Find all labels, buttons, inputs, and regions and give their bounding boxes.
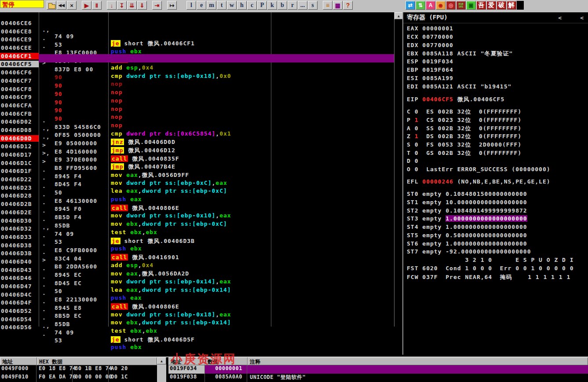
animate-into-button[interactable]: ⇊	[127, 1, 137, 10]
disasm-row[interactable]: 00406CE6 ., 74 09 je short 微风.00406CF1	[0, 13, 394, 22]
dump-row[interactable]: 0049F000 E0 18 E8 7480 1B E8 74A0 20	[0, 365, 157, 374]
register-row[interactable]: FST 6020 Cond 1 0 0 0 Err 0 0 1 0 0 0 0 …	[407, 265, 588, 273]
disasm-row[interactable]: 00406D28 . 8945 F0 mov dword ptr ss:[ebp…	[0, 186, 394, 194]
open-file-button[interactable]	[47, 1, 56, 10]
disasm-row[interactable]: 00406CEE . 83C4 04 add esp,0x4	[0, 38, 394, 46]
disasm-row[interactable]: 00406D43 . 8D45 EC lea eax,dword ptr ss:…	[0, 260, 394, 268]
stack-row[interactable]: 0019F034 00000001	[168, 365, 588, 374]
register-row[interactable]: ST6 empty 1.0000000000000000000	[407, 240, 588, 249]
register-row[interactable]: ST5 empty 0.5000000000000000000	[407, 232, 588, 240]
disasm-row[interactable]: 00406D33 . E8 C9FB0000 call 微风.00416901	[0, 227, 394, 235]
disasm-row[interactable]: 00406CE8 . 53 push ebx	[0, 22, 394, 30]
dump-scrollbar[interactable]: ▲	[157, 357, 166, 382]
register-row[interactable]	[407, 104, 588, 108]
handles-button[interactable]: h	[237, 1, 247, 10]
disasm-row[interactable]: 00406D38 . 83C4 04 add esp,0x4	[0, 235, 394, 244]
disasm-row[interactable]: 00406D12 >, E9 370E0000 jmp 微风.00407B4E	[0, 136, 394, 145]
windows-list-button[interactable]: ▦	[333, 1, 343, 10]
plugin-updown-button[interactable]: ⇅	[416, 1, 425, 10]
register-row[interactable]: EFL 00000246 (NO,NB,E,BE,NS,PE,GE,LE)	[407, 178, 588, 187]
register-row[interactable]: FCW 037F Prec NEAR,64 掩码 1 1 1 1 1 1	[407, 273, 588, 282]
plugin-binary-button[interactable]: 010 101	[456, 1, 466, 10]
log-window-button[interactable]: l	[186, 1, 196, 10]
close-button[interactable]: ×	[67, 1, 77, 10]
register-row[interactable]	[407, 174, 588, 178]
disasm-row[interactable]: 00406D4F . 8B5D EC mov ebx,dword ptr ss:…	[0, 293, 394, 301]
register-row[interactable]: EBP 0019F064	[407, 66, 588, 75]
stack-comment-header[interactable]: 注释	[248, 357, 588, 365]
disasm-row[interactable]: 00406CFB . 833D 54586C0 cmp dword ptr ds…	[0, 104, 394, 112]
register-row[interactable]: ST2 empty 0.1084801499999999872	[407, 207, 588, 216]
register-row[interactable]: C 0 ES 002B 32位 0(FFFFFFFF)	[407, 108, 588, 116]
register-row[interactable]: ESP 0019F034	[407, 58, 588, 66]
register-row[interactable]: ST7 empty -92.000000000000000000	[407, 248, 588, 257]
disasm-row[interactable]: 00406D1F . 8D45 F4 lea eax,dword ptr ss:…	[0, 161, 394, 169]
disasm-row[interactable]: 00406D47 . E8 22130000 call 微风.0040806E	[0, 276, 394, 285]
stack-address-header[interactable]: 地址	[168, 357, 205, 365]
disasm-row[interactable]: 00406D40 . 8945 EC mov dword ptr ss:[ebp…	[0, 252, 394, 260]
disasm-row[interactable]: 00406CF7 90 nop	[0, 71, 394, 79]
source-button[interactable]: s	[308, 1, 318, 10]
register-row[interactable]: Z 1 DS 002B 32位 0(FFFFFFFF)	[407, 132, 588, 141]
run-trace-button[interactable]: ...	[298, 1, 307, 10]
plugin-a-button[interactable]: A	[426, 1, 435, 10]
register-row[interactable]: O 0 LastErr ERROR_SUCCESS (00000000)	[407, 166, 588, 174]
threads-button[interactable]: t	[217, 1, 226, 10]
step-over-button[interactable]: ↧	[117, 1, 127, 10]
step-into-button[interactable]: ↓	[107, 1, 117, 10]
disasm-row[interactable]: 00406D46 . 50 push eax	[0, 268, 394, 276]
run-button[interactable]: ▶	[82, 1, 91, 10]
disasm-row[interactable]: 00406D30 ., 74 09 je short 微风.00406D3B	[0, 211, 394, 219]
register-row[interactable]	[407, 187, 588, 191]
disasm-row[interactable]: 00406D1C . 8945 F4 mov dword ptr ss:[ebp…	[0, 153, 394, 162]
register-row[interactable]: ST4 empty 1.0000000000000000000	[407, 224, 588, 232]
restart-button[interactable]: ◀◀	[57, 1, 66, 10]
register-row[interactable]: D 0	[407, 158, 588, 166]
scroll-up-icon[interactable]: ▲	[394, 12, 403, 19]
stack-panel[interactable]: 地址 数值 注释 0019F034 00000001 0019F038 0085…	[168, 357, 588, 382]
plugin-jie-button[interactable]: 解	[507, 1, 516, 10]
disasm-row[interactable]: 00406D02 ., 0F85 0500000 jnz 微风.00406D0D	[0, 112, 394, 120]
disasm-row[interactable]: 00406CF6 90 nop	[0, 62, 394, 71]
register-row[interactable]: EDI 0085A121 ASCII "b19415"	[407, 83, 588, 92]
register-row[interactable]: EDX 00770000	[407, 42, 588, 50]
plugin-po-button[interactable]: 破	[497, 1, 506, 10]
stack-row[interactable]: 0019F038 0085A0A0 UNICODE "登陆软件"	[168, 374, 588, 382]
plugin-target-button[interactable]: ◉	[436, 1, 446, 10]
plugin-swap-button[interactable]: ⇄	[405, 1, 415, 10]
references-button[interactable]: r	[288, 1, 297, 10]
disasm-row[interactable]: 00406CE9 . E8 13FC0000 call 微风.00416901	[0, 29, 394, 38]
register-row[interactable]: ST3 empty 1.0000000000000000000	[407, 215, 588, 224]
call-stack-button[interactable]: k	[267, 1, 277, 10]
register-row[interactable]: ST1 empty 10.000000000000000000	[407, 199, 588, 207]
disasm-row[interactable]: 00406D08 ., E9 05000000 jmp 微风.00406D12	[0, 120, 394, 129]
plugin-monitor-button[interactable]: ▣	[466, 1, 476, 10]
stack-value-header[interactable]: 数值	[205, 357, 248, 365]
plugin-ai-button[interactable]: 爱	[486, 1, 496, 10]
options-button[interactable]: ≡	[323, 1, 332, 10]
disasm-scrollbar[interactable]: ▲ ▼	[394, 12, 403, 327]
disassembly-panel[interactable]: 00406CE6 ., 74 09 je short 微风.00406CF1 0…	[0, 12, 394, 356]
register-row[interactable]: ST0 empty 0.1084801500000000000	[407, 191, 588, 199]
register-row[interactable]: A 0 SS 002B 32位 0(FFFFFFFF)	[407, 125, 588, 133]
memory-dump-panel[interactable]: 地址 HEX 数据 0049F000 E0 18 E8 7480 1B E8 7…	[0, 357, 157, 382]
register-row[interactable]: EIP 00406CF5 微风.00406CF5	[407, 96, 588, 104]
plugin-wu-button[interactable]: 吾	[476, 1, 486, 10]
help-button[interactable]: ?	[343, 1, 353, 10]
disasm-row[interactable]: 00406D54 ., 74 09 je short 微风.00406D5F	[0, 309, 394, 318]
executables-button[interactable]: e	[197, 1, 206, 10]
patches-button[interactable]: P	[257, 1, 267, 10]
disasm-row[interactable]: 00406D52 . 85DB test ebx,ebx	[0, 301, 394, 309]
disasm-row[interactable]: 00406CF1 > 837D E8 00 cmp dword ptr ss:[…	[0, 46, 394, 55]
execute-till-return-button[interactable]: ⇥	[152, 1, 162, 10]
register-row[interactable]: T 0 GS 002B 32位 0(FFFFFFFF)	[407, 149, 588, 158]
pause-button[interactable]: Ⅱ	[92, 1, 102, 10]
register-row[interactable]: EAX 00000001	[407, 25, 588, 33]
scroll-up-icon[interactable]: ▲	[157, 357, 166, 364]
breakpoints-button[interactable]: b	[278, 1, 287, 10]
disasm-row[interactable]: 00406D0D > E8 4D160000 call 微风.0040835F	[0, 129, 394, 137]
dump-row[interactable]: 0049F010 F0 EA DA 7600 00 00 00D0 1C	[0, 374, 157, 382]
register-row[interactable]	[407, 91, 588, 95]
disasm-row[interactable]: 00406CF8 90 nop	[0, 79, 394, 88]
disasm-row[interactable]: 00406CF5 90 nop	[0, 54, 394, 62]
